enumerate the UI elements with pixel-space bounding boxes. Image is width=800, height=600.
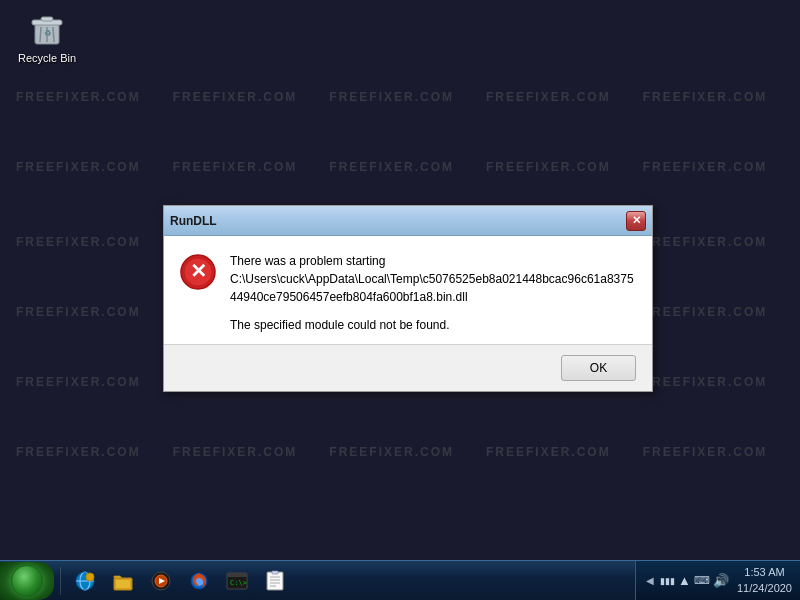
start-button[interactable] bbox=[0, 562, 54, 600]
watermark-row-6: FREEFIXER.COM FREEFIXER.COM FREEFIXER.CO… bbox=[0, 445, 800, 459]
clock-time: 1:53 AM bbox=[744, 565, 784, 580]
notepad-icon[interactable] bbox=[257, 564, 293, 598]
taskbar: C:\>_ ◀ ▮▮▮ ▲ bbox=[0, 560, 800, 600]
start-orb bbox=[11, 565, 43, 597]
recycle-bin-svg: ♻ bbox=[27, 8, 67, 48]
error-icon: ✕ bbox=[180, 254, 216, 290]
dialog-content: ✕ There was a problem starting C:\Users\… bbox=[164, 236, 652, 344]
tray-arrow-up-icon[interactable]: ▲ bbox=[678, 573, 691, 588]
watermark-row-2: FREEFIXER.COM FREEFIXER.COM FREEFIXER.CO… bbox=[0, 160, 800, 174]
firefox-icon[interactable] bbox=[181, 564, 217, 598]
ie-icon[interactable] bbox=[67, 564, 103, 598]
clock-date: 11/24/2020 bbox=[737, 581, 792, 596]
cmd-icon[interactable]: C:\>_ bbox=[219, 564, 255, 598]
svg-text:♻: ♻ bbox=[44, 29, 51, 38]
media-player-icon[interactable] bbox=[143, 564, 179, 598]
recycle-bin-icon[interactable]: ♻ Recycle Bin bbox=[12, 8, 82, 64]
svg-rect-30 bbox=[272, 571, 278, 574]
recycle-bin-label: Recycle Bin bbox=[18, 52, 76, 64]
error-sub-message: The specified module could not be found. bbox=[230, 316, 636, 334]
svg-point-14 bbox=[86, 573, 94, 581]
tray-keyboard-icon: ⌨ bbox=[694, 574, 710, 587]
system-clock[interactable]: 1:53 AM 11/24/2020 bbox=[737, 565, 792, 596]
svg-text:✕: ✕ bbox=[190, 260, 207, 282]
dialog-close-button[interactable]: ✕ bbox=[626, 211, 646, 231]
ok-button[interactable]: OK bbox=[561, 355, 636, 381]
taskbar-divider-1 bbox=[60, 567, 61, 595]
error-path: C:\Users\cuck\AppData\Local\Temp\c507652… bbox=[230, 272, 634, 304]
svg-rect-25 bbox=[267, 572, 283, 590]
svg-line-5 bbox=[53, 27, 54, 42]
svg-rect-2 bbox=[41, 17, 53, 21]
dialog-title: RunDLL bbox=[170, 214, 217, 228]
tray-volume-icon[interactable]: 🔊 bbox=[713, 573, 729, 588]
tray-expand-button[interactable]: ◀ bbox=[644, 573, 656, 588]
svg-text:C:\>_: C:\>_ bbox=[230, 579, 248, 587]
error-message: There was a problem starting C:\Users\cu… bbox=[230, 252, 636, 334]
rundll-dialog[interactable]: RunDLL ✕ ✕ There was a problem starting … bbox=[163, 205, 653, 392]
folder-icon[interactable] bbox=[105, 564, 141, 598]
tray-icons: ▮▮▮ ▲ ⌨ 🔊 bbox=[660, 573, 729, 588]
svg-rect-16 bbox=[116, 580, 130, 588]
dialog-footer: OK bbox=[164, 344, 652, 391]
svg-line-3 bbox=[40, 27, 41, 42]
watermark-row-1: FREEFIXER.COM FREEFIXER.COM FREEFIXER.CO… bbox=[0, 90, 800, 104]
desktop: FREEFIXER.COM FREEFIXER.COM FREEFIXER.CO… bbox=[0, 0, 800, 600]
dialog-titlebar: RunDLL ✕ bbox=[164, 206, 652, 236]
svg-rect-23 bbox=[227, 573, 247, 577]
tray-bar-icon: ▮▮▮ bbox=[660, 576, 675, 586]
error-line1: There was a problem starting C:\Users\cu… bbox=[230, 252, 636, 306]
system-tray: ◀ ▮▮▮ ▲ ⌨ 🔊 1:53 AM 11/24/2020 bbox=[635, 561, 800, 600]
taskbar-quick-launch: C:\>_ bbox=[63, 564, 635, 598]
